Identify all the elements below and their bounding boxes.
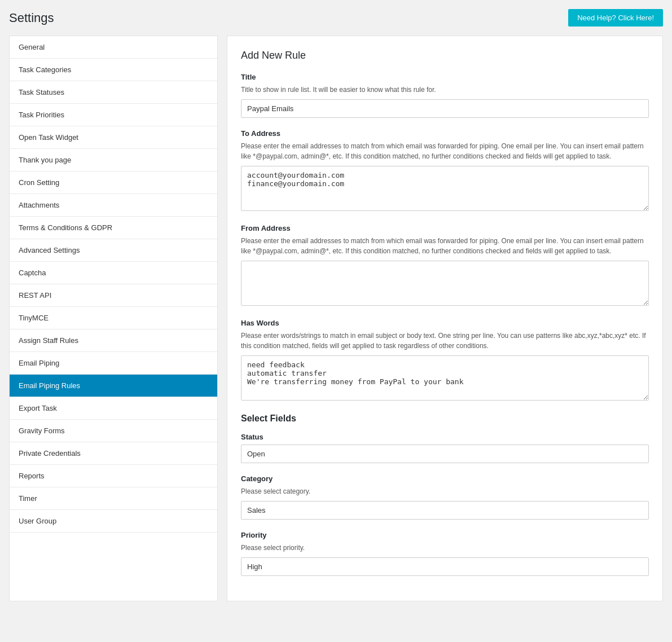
sidebar-item-reports[interactable]: Reports — [10, 465, 217, 487]
title-desc: Title to show in rule list. It will be e… — [241, 85, 649, 95]
sidebar-item-user-group[interactable]: User Group — [10, 510, 217, 533]
sidebar-item-terms-conditions[interactable]: Terms & Conditions & GDPR — [10, 217, 217, 239]
sidebar-item-task-categories[interactable]: Task Categories — [10, 59, 217, 81]
main-content: Add New Rule Title Title to show in rule… — [227, 36, 663, 601]
from-address-desc: Please enter the email addresses to matc… — [241, 236, 649, 256]
title-field-group: Title Title to show in rule list. It wil… — [241, 73, 649, 118]
sidebar-item-captcha[interactable]: Captcha — [10, 262, 217, 284]
to-address-field-group: To Address Please enter the email addres… — [241, 129, 649, 213]
priority-input[interactable] — [241, 557, 649, 576]
title-label: Title — [241, 73, 649, 81]
sidebar-item-email-piping[interactable]: Email Piping — [10, 352, 217, 375]
page-title: Settings — [9, 11, 54, 25]
priority-desc: Please select priority. — [241, 543, 649, 553]
priority-field-group: Priority Please select priority. — [241, 531, 649, 576]
help-button[interactable]: Need Help? Click Here! — [568, 9, 663, 27]
title-input[interactable] — [241, 99, 649, 118]
to-address-desc: Please enter the email addresses to matc… — [241, 141, 649, 161]
sidebar-item-timer[interactable]: Timer — [10, 487, 217, 510]
has-words-textarea[interactable]: need feedback automatic transfer We're t… — [241, 355, 649, 401]
has-words-label: Has Words — [241, 319, 649, 327]
from-address-label: From Address — [241, 224, 649, 232]
sidebar-item-tinymce[interactable]: TinyMCE — [10, 307, 217, 329]
sidebar-item-private-credentials[interactable]: Private Credentials — [10, 442, 217, 465]
sidebar: GeneralTask CategoriesTask StatusesTask … — [9, 36, 218, 601]
sidebar-item-general[interactable]: General — [10, 36, 217, 59]
sidebar-item-assign-staff-rules[interactable]: Assign Staff Rules — [10, 329, 217, 352]
sidebar-item-task-statuses[interactable]: Task Statuses — [10, 81, 217, 104]
sidebar-item-advanced-settings[interactable]: Advanced Settings — [10, 239, 217, 262]
category-desc: Please select category. — [241, 486, 649, 496]
sidebar-item-open-task-widget[interactable]: Open Task Widget — [10, 126, 217, 149]
sidebar-item-export-task[interactable]: Export Task — [10, 397, 217, 420]
status-label: Status — [241, 433, 649, 441]
sidebar-item-attachments[interactable]: Attachments — [10, 194, 217, 217]
select-fields-title: Select Fields — [241, 414, 649, 424]
sidebar-item-gravity-forms[interactable]: Gravity Forms — [10, 420, 217, 442]
to-address-textarea[interactable]: account@yourdomain.com finance@yourdomai… — [241, 166, 649, 211]
to-address-label: To Address — [241, 129, 649, 138]
sidebar-item-email-piping-rules[interactable]: Email Piping Rules — [10, 375, 217, 397]
priority-label: Priority — [241, 531, 649, 539]
sidebar-item-cron-setting[interactable]: Cron Setting — [10, 172, 217, 194]
category-label: Category — [241, 474, 649, 483]
from-address-textarea[interactable] — [241, 261, 649, 306]
category-field-group: Category Please select category. — [241, 474, 649, 520]
from-address-field-group: From Address Please enter the email addr… — [241, 224, 649, 307]
status-input[interactable] — [241, 445, 649, 463]
sidebar-item-thank-you-page[interactable]: Thank you page — [10, 149, 217, 172]
sidebar-item-task-priorities[interactable]: Task Priorities — [10, 104, 217, 126]
sidebar-item-rest-api[interactable]: REST API — [10, 284, 217, 307]
has-words-desc: Please enter words/strings to match in e… — [241, 331, 649, 351]
section-title: Add New Rule — [241, 50, 649, 61]
category-input[interactable] — [241, 501, 649, 520]
status-field-group: Status — [241, 433, 649, 463]
has-words-field-group: Has Words Please enter words/strings to … — [241, 319, 649, 402]
